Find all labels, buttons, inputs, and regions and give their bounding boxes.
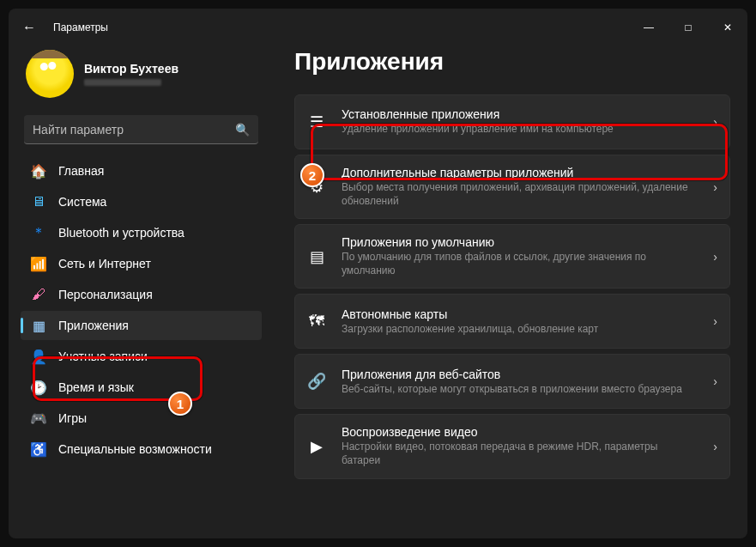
sidebar-item-system[interactable]: 🖥 Система (21, 187, 262, 216)
card-text: Приложения по умолчанию По умолчанию для… (342, 235, 698, 277)
sidebar-item-label: Главная (58, 164, 104, 178)
sidebar-item-accounts[interactable]: 👤 Учетные записи (21, 342, 262, 371)
cards-list: ☰ Установленные приложения Удаление прил… (294, 94, 730, 538)
gear-box-icon: ⚙ (307, 178, 326, 197)
card-subtitle: Загрузки расположение хранилища, обновле… (342, 323, 698, 337)
sidebar: Виктор Бухтеев 🔍 🏠 Главная 🖥 Система (9, 46, 270, 538)
sidebar-item-gaming[interactable]: 🎮 Игры (21, 404, 262, 433)
card-text: Установленные приложения Удаление прилож… (342, 107, 698, 137)
chevron-right-icon: › (713, 314, 717, 328)
sidebar-item-time-language[interactable]: 🕑 Время и язык (21, 373, 262, 402)
chevron-right-icon: › (713, 440, 717, 453)
chevron-right-icon: › (713, 250, 717, 264)
page-title: Приложения (294, 48, 730, 76)
card-title: Приложения для веб-сайтов (342, 368, 698, 381)
sidebar-item-accessibility[interactable]: ♿ Специальные возможности (21, 435, 262, 464)
card-text: Воспроизведение видео Настройки видео, п… (342, 425, 698, 467)
sidebar-item-home[interactable]: 🏠 Главная (21, 156, 262, 185)
card-title: Установленные приложения (342, 107, 698, 121)
chevron-right-icon: › (713, 374, 717, 388)
sidebar-item-label: Игры (58, 411, 87, 425)
card-subtitle: Веб-сайты, которые могут открываться в п… (342, 383, 698, 397)
card-advanced-app-settings[interactable]: ⚙ Дополнительные параметры приложений Вы… (294, 155, 730, 219)
default-apps-icon: ▤ (307, 247, 326, 266)
sidebar-item-apps[interactable]: ▦ Приложения (21, 311, 262, 340)
card-subtitle: Настройки видео, потоковая передача в ре… (342, 441, 698, 467)
maximize-button[interactable]: □ (668, 14, 708, 41)
sidebar-item-label: Bluetooth и устройства (58, 226, 184, 240)
sidebar-item-label: Учетные записи (58, 349, 148, 363)
sidebar-item-label: Система (58, 195, 106, 209)
card-installed-apps[interactable]: ☰ Установленные приложения Удаление прил… (294, 94, 730, 149)
sidebar-item-label: Персонализация (58, 288, 153, 301)
list-icon: ☰ (307, 112, 326, 131)
person-icon: 👤 (31, 349, 46, 364)
chevron-right-icon: › (713, 180, 717, 194)
profile-block[interactable]: Виктор Бухтеев (21, 46, 262, 112)
titlebar-left: ← Параметры (22, 20, 108, 35)
sidebar-item-label: Время и язык (58, 380, 134, 394)
window-title: Параметры (53, 21, 108, 33)
sidebar-item-personalization[interactable]: 🖌 Персонализация (21, 280, 262, 309)
card-text: Приложения для веб-сайтов Веб-сайты, кот… (342, 368, 698, 397)
settings-window: ← Параметры — □ ✕ Виктор Бухтеев 🔍 (9, 9, 747, 538)
card-default-apps[interactable]: ▤ Приложения по умолчанию По умолчанию д… (294, 224, 730, 289)
back-arrow-icon[interactable]: ← (22, 20, 36, 35)
card-video-playback[interactable]: ▶ Воспроизведение видео Настройки видео,… (294, 414, 730, 478)
content-area: Виктор Бухтеев 🔍 🏠 Главная 🖥 Система (9, 46, 747, 538)
card-title: Автономные карты (342, 307, 698, 321)
sidebar-item-label: Приложения (58, 319, 129, 332)
titlebar: ← Параметры — □ ✕ (9, 9, 747, 46)
card-text: Дополнительные параметры приложений Выбо… (342, 166, 698, 208)
sidebar-item-bluetooth[interactable]: ＊ Bluetooth и устройства (21, 218, 262, 247)
video-icon: ▶ (307, 437, 326, 456)
minimize-button[interactable]: — (629, 14, 668, 41)
wifi-icon: 📶 (31, 256, 46, 271)
avatar (26, 50, 74, 98)
accessibility-icon: ♿ (31, 441, 46, 457)
chevron-right-icon: › (713, 115, 717, 129)
clock-icon: 🕑 (31, 380, 46, 395)
brush-icon: 🖌 (31, 287, 46, 302)
sidebar-item-network[interactable]: 📶 Сеть и Интернет (21, 249, 262, 278)
websites-icon: 🔗 (307, 372, 326, 391)
sidebar-item-label: Специальные возможности (58, 442, 212, 456)
search-icon: 🔍 (235, 123, 250, 137)
nav-list: 🏠 Главная 🖥 Система ＊ Bluetooth и устрой… (21, 156, 262, 464)
card-offline-maps[interactable]: 🗺 Автономные карты Загрузки расположение… (294, 294, 730, 349)
profile-name: Виктор Бухтеев (84, 62, 178, 76)
card-title: Дополнительные параметры приложений (342, 166, 698, 179)
card-apps-for-websites[interactable]: 🔗 Приложения для веб-сайтов Веб-сайты, к… (294, 354, 730, 409)
card-subtitle: Удаление приложений и управление ими на … (342, 123, 698, 137)
apps-icon: ▦ (31, 318, 46, 333)
sidebar-item-label: Сеть и Интернет (58, 257, 151, 270)
map-icon: 🗺 (307, 313, 326, 331)
window-controls: — □ ✕ (629, 14, 747, 41)
close-button[interactable]: ✕ (708, 14, 747, 41)
card-title: Воспроизведение видео (342, 425, 698, 439)
home-icon: 🏠 (31, 163, 46, 179)
search-input[interactable] (33, 123, 235, 137)
system-icon: 🖥 (31, 194, 46, 210)
bluetooth-icon: ＊ (31, 225, 46, 240)
gamepad-icon: 🎮 (31, 410, 46, 426)
card-subtitle: По умолчанию для типов файлов и ссылок, … (342, 251, 698, 277)
main-panel: Приложения ☰ Установленные приложения Уд… (270, 46, 747, 538)
profile-email-redacted (84, 79, 161, 86)
search-box[interactable]: 🔍 (24, 115, 258, 144)
profile-text: Виктор Бухтеев (84, 62, 178, 86)
card-subtitle: Выбор места получения приложений, архива… (342, 181, 698, 208)
card-title: Приложения по умолчанию (342, 235, 698, 249)
card-text: Автономные карты Загрузки расположение х… (342, 307, 698, 337)
